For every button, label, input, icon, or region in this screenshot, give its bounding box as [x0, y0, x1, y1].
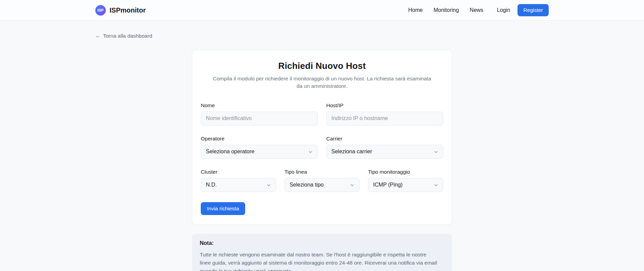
- note-box: Nota: Tutte le richieste vengono esamina…: [192, 234, 452, 271]
- note-body: Tutte le richieste vengono esaminate dal…: [200, 251, 439, 271]
- nome-input[interactable]: [201, 112, 318, 125]
- operatore-select[interactable]: Seleziona operatore: [201, 145, 318, 159]
- nav-link-news[interactable]: News: [470, 7, 483, 13]
- cluster-select[interactable]: N.D.: [201, 178, 276, 192]
- tipo-monitoraggio-select[interactable]: ICMP (Ping): [368, 178, 443, 192]
- top-navbar: ISP ISPmonitor Home Monitoring News Logi…: [0, 0, 644, 21]
- main-content: ← Torna alla dashboard Richiedi Nuovo Ho…: [0, 21, 644, 271]
- operatore-label: Operatore: [201, 136, 318, 142]
- nome-label: Nome: [201, 102, 318, 109]
- cluster-label: Cluster: [201, 169, 276, 175]
- carrier-select[interactable]: Seleziona carrier: [326, 145, 443, 159]
- nav-link-monitoring[interactable]: Monitoring: [433, 7, 459, 13]
- host-field: Host/IP: [326, 102, 443, 125]
- nav-links: Home Monitoring News Login Register: [397, 4, 549, 16]
- request-host-card: Richiedi Nuovo Host Compila il modulo pe…: [192, 50, 452, 225]
- operatore-select-value: Seleziona operatore: [206, 149, 254, 155]
- tipo-linea-label: Tipo linea: [285, 169, 360, 175]
- form-description: Compila il modulo per richiedere il moni…: [213, 75, 431, 90]
- back-to-dashboard-link[interactable]: ← Torna alla dashboard: [95, 33, 152, 39]
- cluster-field: Cluster N.D.: [201, 169, 276, 192]
- chevron-down-icon: [350, 183, 354, 187]
- host-label: Host/IP: [326, 102, 443, 109]
- tipo-linea-field: Tipo linea Seleziona tipo: [285, 169, 360, 192]
- note-title: Nota:: [200, 240, 444, 246]
- chevron-down-icon: [434, 183, 438, 187]
- brand-logo-text: ISP: [97, 8, 103, 12]
- tipo-monitoraggio-select-value: ICMP (Ping): [373, 182, 403, 188]
- operatore-field: Operatore Seleziona operatore: [201, 136, 318, 159]
- request-host-form: Nome Host/IP Operatore Seleziona operato…: [201, 102, 443, 215]
- nome-field: Nome: [201, 102, 318, 125]
- host-input[interactable]: [326, 112, 443, 125]
- nav-link-home[interactable]: Home: [408, 7, 423, 13]
- page-title: Richiedi Nuovo Host: [201, 61, 443, 71]
- carrier-label: Carrier: [326, 136, 443, 142]
- register-button[interactable]: Register: [518, 4, 549, 16]
- chevron-down-icon: [267, 183, 271, 187]
- brand-home-link[interactable]: ISP ISPmonitor: [95, 5, 146, 16]
- cluster-select-value: N.D.: [206, 182, 217, 188]
- nav-link-login[interactable]: Login: [497, 7, 510, 13]
- tipo-monitoraggio-field: Tipo monitoraggio ICMP (Ping): [368, 169, 443, 192]
- back-link-label: Torna alla dashboard: [103, 33, 152, 39]
- submit-request-button[interactable]: Invia richiesta: [201, 202, 245, 215]
- tipo-monitoraggio-label: Tipo monitoraggio: [368, 169, 443, 175]
- brand-logo-icon: ISP: [95, 5, 106, 16]
- chevron-down-icon: [308, 150, 313, 154]
- carrier-field: Carrier Seleziona carrier: [326, 136, 443, 159]
- brand-name: ISPmonitor: [110, 6, 146, 14]
- back-arrow-icon: ←: [95, 33, 101, 39]
- carrier-select-value: Seleziona carrier: [331, 149, 372, 155]
- chevron-down-icon: [434, 150, 438, 154]
- tipo-linea-select-value: Seleziona tipo: [290, 182, 324, 188]
- tipo-linea-select[interactable]: Seleziona tipo: [285, 178, 360, 192]
